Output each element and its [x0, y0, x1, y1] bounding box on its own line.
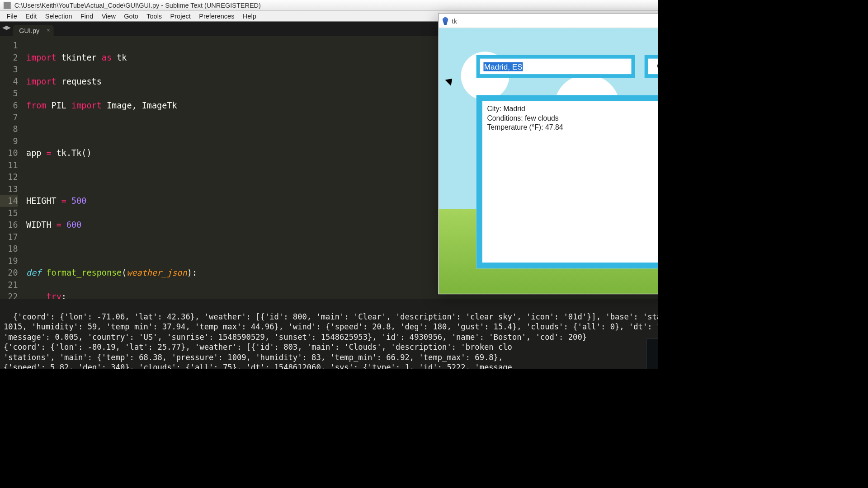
menu-find[interactable]: Find: [76, 12, 98, 19]
city-entry[interactable]: Madrid, ES: [476, 55, 635, 78]
line-gutter: 123 456 789 101112 131415 161718 192021 …: [0, 36, 21, 299]
tk-window: tk — ☐ ✕ Madrid, ES Get Weather City: Ma…: [438, 13, 658, 294]
tab-label: GUI.py: [19, 27, 39, 34]
build-output-panel[interactable]: {'coord': {'lon': -71.06, 'lat': 42.36},…: [0, 299, 658, 369]
console-text: {'coord': {'lon': -71.06, 'lat': 42.36},…: [4, 312, 658, 369]
webcam-overlay: [646, 338, 658, 369]
tab-close-icon[interactable]: ×: [47, 27, 50, 34]
menu-project[interactable]: Project: [166, 12, 195, 19]
mouse-cursor: [447, 76, 454, 87]
result-frame: City: Madrid Conditions: few clouds Temp…: [476, 95, 658, 268]
sublime-titlebar: C:\Users\Keith\YouTube\Actual_Code\GUI\G…: [0, 0, 658, 11]
tk-titlebar[interactable]: tk — ☐ ✕: [439, 14, 658, 28]
menu-edit[interactable]: Edit: [21, 12, 41, 19]
menu-tools[interactable]: Tools: [142, 12, 166, 19]
tk-feather-icon: [442, 16, 448, 25]
menu-help[interactable]: Help: [239, 12, 260, 19]
result-label: City: Madrid Conditions: few clouds Temp…: [482, 101, 658, 136]
window-title: C:\Users\Keith\YouTube\Actual_Code\GUI\G…: [14, 2, 261, 9]
tk-body: Madrid, ES Get Weather City: Madrid Cond…: [439, 28, 658, 294]
tab-gui-py[interactable]: GUI.py ×: [13, 25, 54, 36]
menu-goto[interactable]: Goto: [120, 12, 142, 19]
tk-title: tk: [452, 17, 457, 24]
menu-file[interactable]: File: [2, 12, 21, 19]
sublime-app-icon: [4, 2, 11, 9]
tab-history-arrows[interactable]: ◀ ▶: [2, 24, 10, 31]
menu-view[interactable]: View: [97, 12, 120, 19]
menu-preferences[interactable]: Preferences: [195, 12, 239, 19]
menu-selection[interactable]: Selection: [41, 12, 76, 19]
city-entry-value: Madrid, ES: [483, 62, 523, 71]
get-weather-button[interactable]: Get Weather: [645, 55, 658, 78]
